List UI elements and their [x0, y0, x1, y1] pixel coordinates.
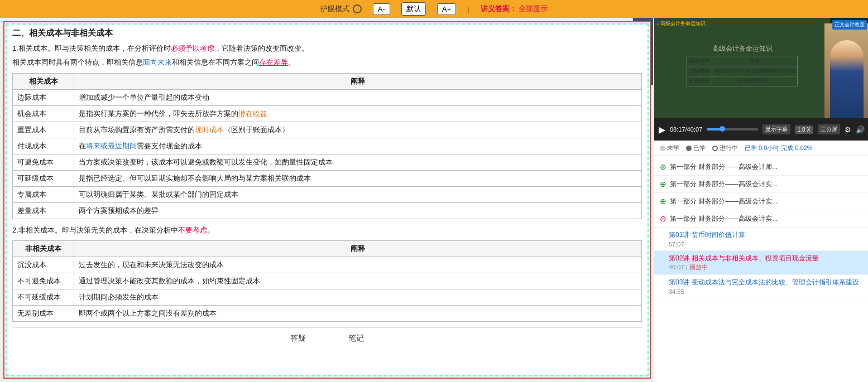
eye-mode-toggle[interactable]: 护眼模式: [320, 4, 362, 14]
font-default-button[interactable]: 默认: [401, 2, 426, 16]
video-chalkboard: 高级会计务命运知识 相关成本阐释 边际成本增加或减少一个单位产量引起的成本变动 …: [654, 18, 830, 118]
cost-name-cell: 不可延缓成本: [13, 289, 74, 306]
table-row: 重置成本目前从市场购置原有资产所需支付的现时成本（区别于账面成本）: [13, 122, 642, 138]
highlight-text: 现时成本: [195, 125, 224, 134]
para3-prefix: 2.非相关成本。即与决策无关的成本，在决策分析中: [12, 226, 178, 234]
tab-notes[interactable]: 笔记: [344, 332, 368, 345]
video-title: ♪ 高级会计务命运知识: [656, 20, 706, 27]
cost-desc-cell: 可以明确归属于某类、某批或某个部门的固定成本: [74, 186, 642, 202]
cost-desc-cell: 在将来或最近期间需要支付现金的成本: [74, 138, 642, 154]
not-studied-label: 未学: [667, 144, 679, 152]
speed-button[interactable]: 1.0 X: [795, 125, 813, 134]
lecture-duration: 57:07: [669, 241, 864, 248]
lecture-entry[interactable]: 第02讲 相关成本与非相关成本、投资项目现金流量40:07 | 播放中: [654, 251, 868, 275]
table-row: 可延缓成本是指已经选定、但可以延期实施却不会影响大局的与某方案相关联的成本: [13, 170, 642, 186]
table-row: 不可避免成本通过管理决策不能改变其数额的成本，如约束性固定成本: [13, 273, 642, 289]
in-progress-label: 进行中: [720, 144, 738, 152]
completed-label: 已学 0.0小时 完成 0.02%: [745, 144, 813, 152]
lecture-title-text: 第03讲 变动成本法与完全成本法的比较、管理会计指引体系建设: [669, 278, 859, 286]
plus-icon: ⊕: [660, 197, 666, 206]
video-presenter: [824, 23, 868, 118]
lecture-entry[interactable]: 第01讲 货币时间价值计算57:07: [654, 228, 868, 251]
table-row: 机会成本是指实行某方案的一种代价，即失去所放弃方案的潜在收益: [13, 105, 642, 122]
cost-desc-cell: 即两个或两个以上方案之间没有差别的成本: [74, 306, 642, 322]
table-row: 专属成本可以明确归属于某类、某批或某个部门的固定成本: [13, 186, 642, 202]
section-title: 二、相关成本与非相关成本: [12, 28, 642, 38]
irrel-col2-header: 阐释: [74, 241, 642, 257]
para1: 1.相关成本。即与决策相关的成本，在分析评价时必须予以考虑，它随着决策的改变而改…: [12, 43, 642, 55]
progress-bar[interactable]: [707, 128, 758, 130]
lecture-answer-value: 全部显示: [519, 4, 548, 13]
cost-name-cell: 无差别成本: [13, 306, 74, 322]
chapter-item[interactable]: ⊖第一部分 财务部分——高级会计实...: [654, 210, 868, 228]
volume-icon[interactable]: 🔊: [856, 125, 865, 134]
cost-name-cell: 可延缓成本: [13, 170, 74, 186]
video-background: 高级会计务命运知识 相关成本阐释 边际成本增加或减少一个单位产量引起的成本变动 …: [654, 18, 868, 118]
cost-name-cell: 边际成本: [13, 89, 74, 105]
chapter-text: 第一部分 财务部分——高级会计师...: [670, 162, 864, 172]
cost-desc-cell: 是指实行某方案的一种代价，即失去所放弃方案的潜在收益: [74, 105, 642, 122]
cost-desc-cell: 计划期间必须发生的成本: [74, 289, 642, 306]
para2-mid: 和相关信息在不同方案之间: [172, 58, 259, 66]
table-row: 无差别成本即两个或两个以上方案之间没有差别的成本: [13, 306, 642, 322]
chapter-item[interactable]: ⊕第一部分 财务部分——高级会计实...: [654, 176, 868, 193]
tab-question[interactable]: 答疑: [286, 332, 310, 345]
not-studied-dot: [660, 146, 665, 151]
para1-prefix: 1.相关成本。即与决策相关的成本，在分析评价时: [12, 44, 171, 52]
eye-mode-circle-icon: [353, 4, 362, 13]
studied-status: 已学: [686, 144, 706, 152]
video-controls: ▶ 08:17/40:07 显示字幕 1.0 X 三分屏 ⚙ 🔊: [654, 118, 868, 141]
cost-name-cell: 沉没成本: [13, 257, 74, 273]
in-progress-dot: [712, 146, 718, 151]
para1-rest: ，它随着决策的改变而改变。: [214, 44, 309, 52]
para2-prefix: 相关成本同时具有两个特点，即相关信息: [12, 58, 143, 66]
cost-desc-cell: 当方案或决策改变时，该成本可以避免或数额可以发生变化，如酌量性固定成本: [74, 154, 642, 170]
subtitle-button[interactable]: 显示字幕: [763, 124, 790, 134]
para3-red: 不要考虑: [178, 226, 207, 234]
cost-name-cell: 差量成本: [13, 202, 74, 219]
cost-desc-cell: 目前从市场购置原有资产所需支付的现时成本（区别于账面成本）: [74, 122, 642, 138]
lecture-entry[interactable]: 第03讲 变动成本法与完全成本法的比较、管理会计指引体系建设34:55: [654, 275, 868, 298]
font-increase-button[interactable]: A+: [437, 3, 456, 15]
irrel-col1-header: 非相关成本: [13, 241, 74, 257]
progress-info: 未学 已学 进行中 已学 0.0小时 完成 0.02%: [654, 141, 868, 156]
chapter-list: ⊕第一部分 财务部分——高级会计师...⊕第一部分 财务部分——高级会计实...…: [654, 156, 868, 382]
related-cost-table: 相关成本 阐释 边际成本增加或减少一个单位产量引起的成本变动机会成本是指实行某方…: [12, 73, 642, 219]
font-decrease-button[interactable]: A-: [373, 3, 390, 15]
chapter-text: 第一部分 财务部分——高级会计实...: [670, 196, 864, 206]
cost-desc-cell: 是指已经选定、但可以延期实施却不会影响大局的与某方案相关联的成本: [74, 170, 642, 186]
settings-icon[interactable]: ⚙: [845, 125, 851, 134]
chapter-item[interactable]: ⊕第一部分 财务部分——高级会计师...: [654, 158, 868, 176]
para3-end: 。: [207, 226, 214, 234]
cost-name-cell: 机会成本: [13, 105, 74, 122]
highlight-text: 将来或最近期间: [86, 142, 137, 150]
table-row: 差量成本两个方案预期成本的差异: [13, 202, 642, 219]
eye-mode-label: 护眼模式: [320, 4, 349, 14]
cost-desc-cell: 增加或减少一个单位产量引起的成本变动: [74, 89, 642, 105]
cost-desc-cell: 两个方案预期成本的差异: [74, 202, 642, 219]
cost-name-cell: 专属成本: [13, 186, 74, 202]
chalk-content: 高级会计务命运知识 相关成本阐释 边际成本增加或减少一个单位产量引起的成本变动 …: [684, 41, 800, 95]
progress-dot: [720, 126, 725, 132]
video-area: 高级会计务命运知识 相关成本阐释 边际成本增加或减少一个单位产量引起的成本变动 …: [654, 18, 868, 141]
layout-button[interactable]: 三分屏: [818, 124, 840, 134]
lecture-title: 第03讲 变动成本法与完全成本法的比较、管理会计指引体系建设: [669, 278, 864, 287]
related-col1-header: 相关成本: [13, 73, 74, 89]
studied-label: 已学: [693, 144, 706, 152]
play-button[interactable]: ▶: [659, 124, 665, 135]
para2-end: 。: [288, 58, 295, 66]
table-row: 沉没成本过去发生的，现在和未来决策无法改变的成本: [13, 257, 642, 273]
lecture-meta: 40:07 | 播放中: [669, 263, 864, 272]
para3: 2.非相关成本。即与决策无关的成本，在决策分析中不要考虑。: [12, 225, 642, 236]
right-panel: 高级会计务命运知识 相关成本阐释 边际成本增加或减少一个单位产量引起的成本变动 …: [654, 18, 868, 382]
lecture-title-text: 第02讲 相关成本与非相关成本、投资项目现金流量: [669, 254, 819, 262]
lecture-duration: 40:07: [669, 264, 684, 270]
playing-label: | 播放中: [686, 264, 708, 270]
table-row: 边际成本增加或减少一个单位产量引起的成本变动: [13, 89, 642, 105]
presenter-figure: [830, 40, 864, 118]
chapter-text: 第一部分 财务部分——高级会计实...: [670, 179, 864, 189]
plus-icon: ⊕: [660, 162, 666, 171]
time-display: 08:17/40:07: [670, 126, 702, 133]
chapter-item[interactable]: ⊕第一部分 财务部分——高级会计实...: [654, 193, 868, 210]
top-bar: 护眼模式 A- 默认 A+ | 讲义答案： 全部显示: [0, 0, 868, 18]
